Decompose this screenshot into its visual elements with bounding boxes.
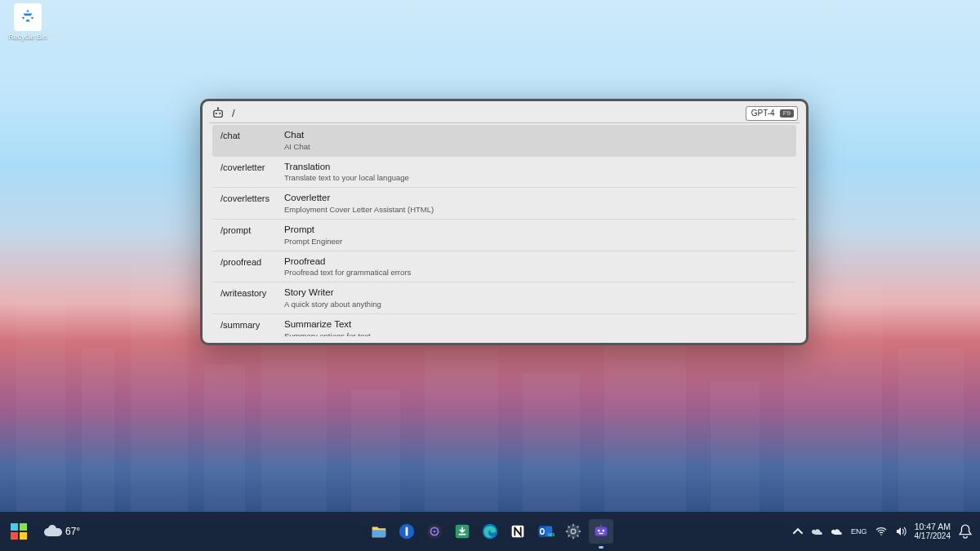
recycle-bin-label: Recycle Bin: [8, 33, 47, 41]
command-desc: A quick story about anything: [284, 300, 788, 309]
taskbar-app-download[interactable]: [450, 519, 474, 544]
command-title: Chat: [284, 130, 788, 141]
command-key: /prompt: [220, 224, 284, 235]
command-title: Translation: [284, 162, 788, 173]
robot-icon: [211, 106, 225, 121]
tray-chevron-up-icon[interactable]: [792, 526, 804, 537]
command-key: /writeastory: [220, 287, 284, 298]
command-title: Proofread: [284, 256, 788, 268]
notifications-button[interactable]: [959, 525, 972, 538]
clock-time: 10:47 AM: [915, 522, 951, 532]
svg-rect-6: [406, 527, 408, 536]
tray-cloud-icon[interactable]: [831, 526, 843, 537]
command-item-coverletters[interactable]: /coverletters Coverletter Employment Cov…: [212, 188, 796, 220]
command-list: /chat Chat AI Chat /coverletter Translat…: [209, 123, 800, 336]
taskbar: 67° NEW: [0, 512, 980, 551]
svg-rect-27: [595, 527, 608, 536]
svg-rect-0: [214, 110, 223, 117]
svg-point-9: [434, 531, 436, 533]
command-item-coverletter[interactable]: /coverletter Translation Translate text …: [212, 157, 796, 189]
command-item-chat[interactable]: /chat Chat AI Chat: [212, 125, 796, 157]
command-desc: Summary options for text: [284, 331, 788, 336]
system-tray: ENG: [792, 526, 906, 537]
command-key: /coverletter: [220, 162, 284, 172]
command-desc: Translate text to your local language: [284, 173, 788, 183]
command-key: /coverletters: [220, 193, 284, 203]
weather-temp: 67°: [65, 526, 80, 537]
command-title: Prompt: [284, 224, 788, 236]
taskbar-clock[interactable]: 10:47 AM 4/17/2024: [915, 522, 951, 542]
taskbar-app-outlook[interactable]: NEW: [533, 519, 558, 544]
start-button[interactable]: [5, 518, 33, 545]
launcher-window: / GPT-4 F9 /chat Chat AI Chat /coverlett…: [200, 99, 808, 345]
desktop[interactable]: Recycle Bin / GPT-4 F9 /chat Chat AI Cha…: [0, 0, 980, 551]
command-key: /chat: [220, 130, 284, 140]
command-title: Story Writer: [284, 287, 788, 299]
taskbar-app-file-explorer[interactable]: [367, 519, 391, 544]
recycle-bin[interactable]: Recycle Bin: [5, 3, 51, 41]
svg-point-32: [880, 534, 882, 535]
tray-language-icon[interactable]: ENG: [851, 526, 867, 537]
command-desc: AI Chat: [284, 142, 788, 152]
taskbar-app-launcher[interactable]: [589, 519, 613, 544]
taskbar-app-media[interactable]: [422, 519, 447, 544]
model-shortcut-badge: F9: [780, 109, 794, 118]
taskbar-app-settings[interactable]: [561, 519, 586, 544]
command-desc: Prompt Engineer: [284, 237, 788, 247]
command-desc: Employment Cover Letter Assistant (HTML): [284, 205, 788, 215]
command-title: Summarize Text: [284, 319, 788, 331]
svg-rect-30: [599, 533, 604, 534]
command-item-proofread[interactable]: /proofread Proofread Proofread text for …: [212, 251, 796, 283]
taskbar-app-edge[interactable]: [478, 519, 502, 544]
windows-logo-icon: [11, 523, 27, 540]
taskbar-center: NEW: [367, 519, 613, 544]
command-desc: Proofread text for grammatical errors: [284, 268, 788, 278]
tray-volume-icon[interactable]: [895, 526, 906, 537]
model-selector[interactable]: GPT-4 F9: [746, 106, 798, 121]
command-item-writeastory[interactable]: /writeastory Story Writer A quick story …: [212, 282, 796, 314]
weather-cloud-icon: [44, 525, 62, 538]
launcher-header: / GPT-4 F9: [209, 105, 800, 123]
svg-point-4: [217, 107, 219, 109]
command-item-summary[interactable]: /summary Summarize Text Summary options …: [212, 314, 796, 336]
recycle-bin-icon: [14, 3, 42, 31]
taskbar-app-1password[interactable]: [394, 519, 419, 544]
tray-wifi-icon[interactable]: [875, 526, 887, 537]
svg-point-29: [602, 530, 604, 532]
svg-point-2: [219, 112, 220, 113]
command-item-prompt[interactable]: /prompt Prompt Prompt Engineer: [212, 220, 796, 251]
taskbar-app-notion[interactable]: [506, 519, 530, 544]
weather-widget[interactable]: 67°: [38, 522, 87, 541]
svg-text:NEW: NEW: [548, 533, 555, 537]
tray-onedrive-icon[interactable]: [812, 526, 823, 537]
command-key: /summary: [220, 319, 284, 330]
model-name: GPT-4: [751, 109, 775, 118]
svg-point-28: [598, 530, 600, 532]
svg-point-1: [216, 112, 217, 113]
command-title: Coverletter: [284, 193, 788, 204]
command-key: /proofread: [220, 256, 284, 267]
search-input[interactable]: /: [230, 107, 741, 119]
clock-date: 4/17/2024: [915, 531, 951, 541]
